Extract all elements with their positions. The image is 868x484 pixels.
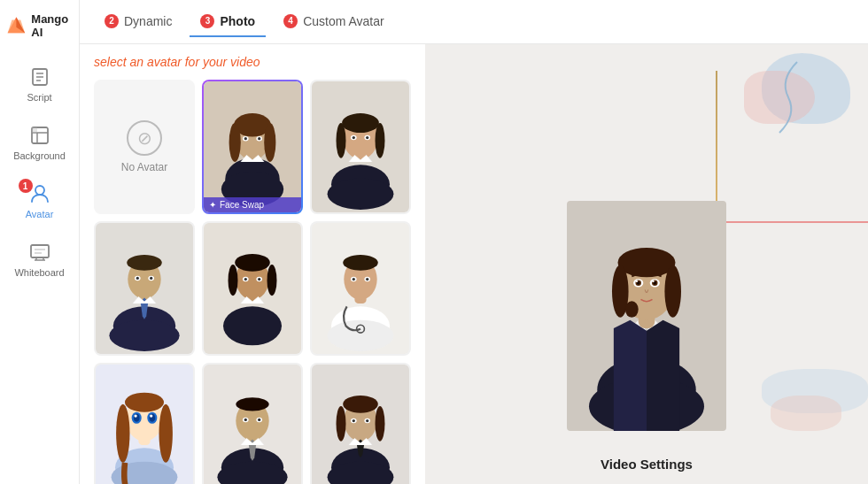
- avatar-card-woman1[interactable]: ✦ Face Swap: [202, 80, 303, 214]
- photo-badge: 3: [200, 14, 214, 28]
- content-area: select an avatar for your video ⊘ No Ava…: [80, 44, 868, 484]
- svg-point-109: [625, 301, 639, 318]
- face-swap-badge: ✦ Face Swap: [204, 197, 301, 212]
- tab-dynamic-label: Dynamic: [124, 14, 172, 28]
- svg-point-48: [150, 277, 152, 280]
- sidebar-item-background-label: Background: [13, 150, 66, 161]
- svg-point-101: [366, 419, 368, 422]
- svg-point-95: [343, 396, 378, 413]
- background-icon: [28, 124, 51, 147]
- svg-point-57: [244, 278, 247, 280]
- svg-point-97: [376, 406, 385, 442]
- avatar-man2-figure: [204, 365, 301, 484]
- svg-point-11: [35, 186, 44, 195]
- sidebar: Mango AI Script Background 1: [0, 0, 80, 484]
- svg-point-106: [618, 248, 676, 277]
- custom-avatar-badge: 4: [283, 14, 298, 28]
- avatar-card-man1[interactable]: [94, 221, 195, 356]
- video-settings-label: Video Settings: [601, 457, 693, 472]
- svg-point-79: [125, 393, 164, 412]
- svg-point-86: [236, 397, 268, 411]
- whiteboard-icon: [28, 241, 51, 264]
- svg-point-80: [116, 404, 129, 463]
- sidebar-item-background[interactable]: Background: [8, 115, 72, 170]
- svg-point-30: [328, 179, 394, 210]
- svg-point-53: [229, 265, 238, 296]
- avatar-woman2-figure: [312, 81, 409, 212]
- svg-point-44: [127, 255, 162, 271]
- script-icon: [28, 65, 51, 88]
- svg-point-108: [664, 265, 681, 317]
- svg-point-89: [244, 419, 247, 421]
- svg-point-54: [267, 265, 277, 296]
- svg-point-63: [343, 255, 378, 271]
- svg-point-66: [353, 278, 355, 280]
- svg-point-27: [244, 137, 247, 140]
- svg-rect-12: [31, 245, 49, 257]
- avatar-woman5-figure: [312, 365, 409, 484]
- tab-photo-label: Photo: [220, 14, 255, 28]
- avatar-badge: 1: [19, 179, 33, 193]
- avatar-woman1-figure: [204, 81, 301, 212]
- svg-rect-10: [32, 127, 37, 133]
- svg-point-100: [353, 419, 355, 422]
- logo-text: Mango AI: [31, 12, 73, 39]
- tab-custom-avatar[interactable]: 4 Custom Avatar: [273, 7, 395, 37]
- avatar-card-woman3[interactable]: [202, 221, 303, 356]
- svg-point-58: [258, 278, 260, 280]
- sidebar-item-whiteboard[interactable]: Whiteboard: [8, 232, 72, 287]
- sidebar-item-script[interactable]: Script: [8, 57, 72, 111]
- preview-avatar-figure: [567, 201, 726, 431]
- avatar-grid: ⊘ No Avatar: [94, 80, 411, 484]
- sidebar-item-script-label: Script: [27, 92, 51, 103]
- svg-point-35: [376, 123, 385, 158]
- avatar-card-man2[interactable]: [202, 363, 303, 484]
- avatar-man1-figure: [96, 223, 193, 354]
- avatar-card-woman5[interactable]: [310, 363, 411, 484]
- svg-point-78: [150, 414, 152, 417]
- svg-point-38: [353, 136, 355, 139]
- avatar-card-doctor[interactable]: [310, 221, 411, 356]
- avatar-hint: select an avatar for your video: [94, 55, 411, 69]
- avatar-card-anime[interactable]: [94, 363, 195, 484]
- svg-point-41: [109, 320, 179, 351]
- svg-point-24: [264, 123, 275, 162]
- svg-point-34: [337, 123, 346, 158]
- tab-photo[interactable]: 3 Photo: [190, 7, 266, 37]
- svg-point-81: [159, 404, 173, 463]
- mango-logo-icon: [6, 13, 27, 38]
- tab-dynamic[interactable]: 2 Dynamic: [94, 7, 182, 37]
- svg-point-23: [229, 123, 241, 162]
- avatar-anime-figure: [96, 365, 193, 484]
- sidebar-item-avatar[interactable]: 1 Avatar: [8, 173, 72, 228]
- logo: Mango AI: [0, 12, 80, 39]
- avatar-doctor-figure: [312, 223, 409, 354]
- preview-panel: Video Settings: [425, 44, 868, 484]
- svg-point-52: [235, 254, 270, 272]
- svg-point-117: [652, 280, 655, 282]
- sidebar-item-whiteboard-label: Whiteboard: [14, 267, 64, 278]
- svg-point-47: [136, 277, 139, 280]
- sidebar-item-avatar-label: Avatar: [26, 209, 54, 219]
- wavy-line: [709, 53, 815, 142]
- preview-avatar: [567, 201, 726, 431]
- tab-bar: 2 Dynamic 3 Photo 4 Custom Avatar: [80, 0, 868, 44]
- tab-custom-avatar-label: Custom Avatar: [303, 14, 384, 28]
- svg-point-90: [258, 419, 260, 421]
- avatar-card-none[interactable]: ⊘ No Avatar: [94, 80, 195, 214]
- avatar-card-woman2[interactable]: [310, 80, 411, 214]
- dynamic-badge: 2: [105, 14, 119, 28]
- svg-point-33: [342, 113, 379, 133]
- no-avatar-icon: ⊘: [127, 120, 162, 156]
- svg-point-96: [337, 406, 346, 442]
- svg-point-28: [258, 137, 260, 140]
- avatar-panel: select an avatar for your video ⊘ No Ava…: [80, 44, 425, 484]
- svg-point-39: [366, 136, 368, 139]
- svg-point-116: [635, 280, 638, 282]
- bg-shape-4: [771, 396, 841, 431]
- svg-point-67: [366, 278, 368, 280]
- svg-point-77: [134, 414, 136, 417]
- svg-point-49: [223, 306, 282, 345]
- avatar-woman3-figure: [204, 223, 301, 354]
- no-avatar-label: No Avatar: [121, 161, 167, 173]
